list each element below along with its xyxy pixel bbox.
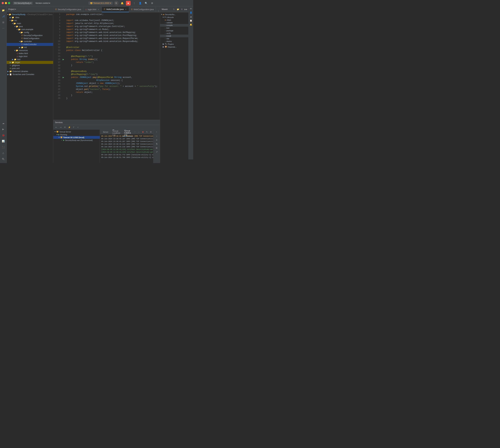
log-line: 05-Jun-2024 23:36:43.197 INFO [RMI TCP C…	[101, 138, 152, 140]
tree-item-gitignore[interactable]: ≡ .gitignore	[7, 64, 53, 67]
tab-label: login.html	[88, 8, 96, 11]
more-options-icon[interactable]: ⋮	[132, 1, 136, 5]
svc-item-running[interactable]: ▾ ▶ Running	[53, 133, 100, 136]
java-file-icon: ©	[21, 37, 23, 40]
debug-icon[interactable]: 🐞	[1, 132, 6, 138]
settings-icon[interactable]: ⚙	[150, 1, 155, 5]
filter-button[interactable]: ⚡	[68, 126, 71, 129]
tree-item-label: controller	[24, 40, 32, 43]
maximize-button[interactable]	[8, 2, 10, 4]
tree-item-label: External Libraries	[13, 70, 28, 73]
html-file-icon: ◇	[17, 55, 18, 58]
scroll-down-icon[interactable]: ↓	[137, 130, 141, 134]
expand-all-button[interactable]: ⇥	[59, 126, 62, 129]
tree-item-init[interactable]: ▶ 📁 init	[7, 46, 53, 49]
scroll-up-icon[interactable]: ↑	[133, 130, 136, 134]
sort-icon[interactable]: ⇅	[155, 142, 158, 146]
more-tools-icon[interactable]: ⋯	[1, 26, 6, 31]
scroll-icon[interactable]: ↑	[155, 130, 158, 134]
terminal-icon[interactable]: ⬛	[1, 144, 6, 150]
copy-icon[interactable]: ⧉	[155, 146, 158, 150]
tree-item-index-html[interactable]: ◇ index.html	[7, 52, 53, 55]
run-configuration[interactable]: 🐱 Tomcat 10.1.2322 ▾	[88, 2, 112, 5]
tree-item-test[interactable]: ▶ 📁 test	[7, 58, 53, 61]
align-icon[interactable]: ≡	[155, 138, 158, 142]
maven-download-icon[interactable]: ⬇	[180, 8, 183, 11]
tree-item-src[interactable]: ▾ 📂 src	[7, 19, 53, 22]
collapse-all-button[interactable]: ⇤	[55, 126, 58, 129]
chevron-icon: ▾	[15, 8, 16, 10]
tree-item-web-config[interactable]: © WebConfiguration	[7, 37, 53, 40]
tree-item-pom-xml[interactable]: m pom.xml	[7, 67, 53, 70]
svc-item-war[interactable]: ✓ ▶ SecurityStudy:war [Synchronized]	[53, 139, 100, 142]
stop-log-icon[interactable]: ■	[141, 130, 145, 134]
tab-security-config[interactable]: © SecurityConfiguration.java	[53, 7, 83, 12]
log-settings-icon[interactable]: ⚙	[149, 130, 152, 134]
tab-web-config[interactable]: © WebConfiguration.java	[129, 7, 156, 12]
tree-item-scratches[interactable]: ▶ 📋 Scratches and Consoles	[7, 73, 53, 76]
xml-file-icon: m	[10, 67, 11, 70]
log-tab-server[interactable]: Server	[101, 131, 110, 133]
plugins-icon[interactable]: 🔌	[1, 157, 6, 162]
close-button[interactable]	[2, 2, 4, 4]
tab-more-icon[interactable]: ⋮	[156, 10, 160, 12]
tree-item-hello-controller[interactable]: © HelloController	[7, 43, 53, 46]
svc-item-tomcat-server[interactable]: ▾ 🐱 Tomcat Server	[53, 130, 100, 133]
project-panel-toggle[interactable]: 📁	[1, 8, 6, 13]
log-line: [2024-06-05 11:36:43,225] Artifact Secur…	[101, 151, 152, 154]
search-icon[interactable]: 🔍	[144, 1, 149, 5]
tree-item-java[interactable]: ▾ 📂 java	[7, 25, 53, 28]
add-service-button[interactable]: ↱	[72, 126, 75, 129]
tab-hello-controller[interactable]: © HelloController.java ✕	[102, 7, 129, 12]
maven-panel-icon-4[interactable]: 📋	[189, 19, 193, 22]
gutter-run-22[interactable]: ▶	[62, 76, 65, 79]
notifications-icon[interactable]: 🔔	[120, 1, 125, 5]
tree-item-com-example[interactable]: ▾ 📂 com.example	[7, 28, 53, 31]
tab-login-html[interactable]: ◇ login.html ✕	[83, 7, 102, 12]
structure-icon[interactable]: ⊞	[1, 20, 6, 25]
tab-close-icon[interactable]: ✕	[97, 8, 100, 11]
tree-item-root[interactable]: ▾ 📂 SecurityStudy ~/Desktop/CS/JavaEE/4 …	[7, 13, 53, 16]
run-icon[interactable]: ▶	[1, 127, 6, 132]
tree-item-security-config[interactable]: © SecurityConfiguration	[7, 34, 53, 37]
tree-item-label: .gitignore	[12, 64, 20, 66]
tree-item-resources[interactable]: ▾ 📂 resources	[7, 49, 53, 52]
services-icon[interactable]: ☁	[1, 120, 6, 126]
tree-item-controller[interactable]: ▾ 📂 controller	[7, 40, 53, 43]
maven-panel-icon-1[interactable]: m	[189, 7, 193, 10]
svc-item-tomcat-instance[interactable]: ▾ 🐱 Tomcat 10.1.2322 [local]	[53, 136, 100, 139]
maven-refresh-icon[interactable]: ↻	[172, 8, 176, 11]
tab-label: WebConfiguration.java	[133, 8, 154, 11]
version-control-dropdown[interactable]: Version control ▾	[35, 2, 50, 4]
minimize-button[interactable]	[5, 2, 7, 4]
tree-item-target[interactable]: ▶ 📁 target	[7, 61, 53, 64]
stop-icon[interactable]: ■	[126, 1, 131, 5]
tree-item-config[interactable]: ▾ 📂 config	[7, 31, 53, 34]
maven-panel-icon-5[interactable]: 🔔	[189, 23, 193, 26]
folder-icon: ▶ 📁	[10, 61, 14, 64]
maven-more-icon[interactable]: ▶▶	[184, 8, 187, 11]
git-icon[interactable]: ⎇	[1, 14, 6, 19]
maven-panel-icon-3[interactable]: ☁	[189, 15, 193, 18]
user-icon[interactable]: 👤	[138, 1, 143, 5]
tree-item-main[interactable]: ▾ 📂 main	[7, 22, 53, 25]
gutter-run-16[interactable]: ▶	[62, 58, 65, 61]
bottom-content: ▾ 🐱 Tomcat Server ▾ ▶ Running ▾ 🐱 Tomcat…	[53, 130, 160, 163]
project-switcher[interactable]: SS SecurityStudy ▾	[13, 2, 33, 5]
maven-panel-icon-2[interactable]: 👤	[189, 11, 193, 14]
tree-item-label: com.example	[21, 28, 33, 31]
scroll-icon-down[interactable]: ↓	[155, 134, 158, 138]
tree-item-idea[interactable]: ▶ 📁 .idea	[7, 16, 53, 19]
refresh-log-icon[interactable]: ↻	[145, 130, 149, 134]
tree-item-external-libraries[interactable]: ▶ 📁 External Libraries	[7, 70, 53, 73]
maven-add-icon[interactable]: 📁	[176, 8, 180, 11]
tree-item-login-html[interactable]: ◇ login.html	[7, 55, 53, 58]
tab-close-icon[interactable]: ✕	[125, 8, 127, 11]
profiler-icon[interactable]: 📊	[1, 138, 6, 144]
eye-button[interactable]: 👁	[63, 126, 67, 129]
problems-icon[interactable]: ⚠	[1, 150, 6, 156]
code-editor[interactable]: package com.example.controller; import c…	[65, 12, 160, 120]
add-button[interactable]: +	[76, 126, 80, 129]
export-icon[interactable]: ↗	[155, 150, 158, 154]
avatar-button[interactable]: G	[114, 1, 118, 5]
